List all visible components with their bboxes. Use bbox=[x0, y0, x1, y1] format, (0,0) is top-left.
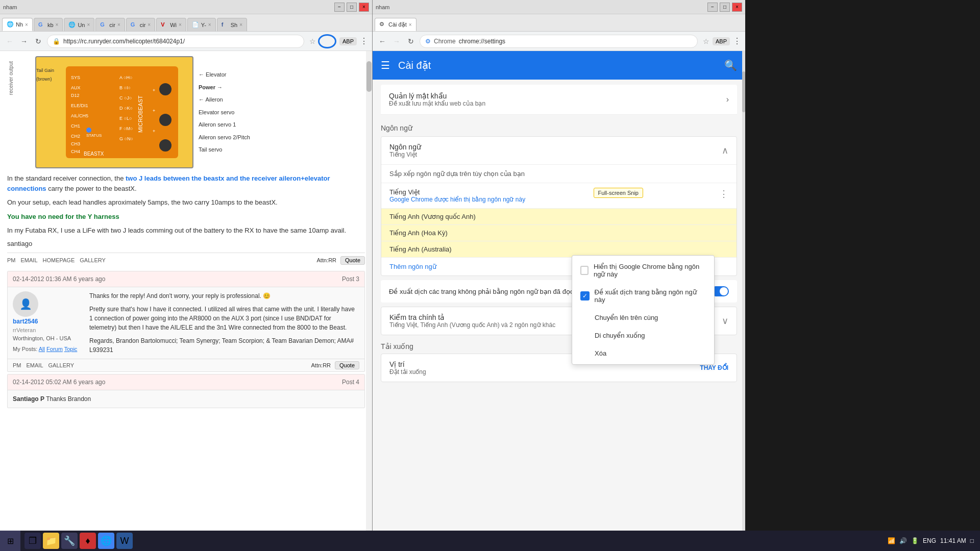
left-tabs: 🌐 Nh × G kb × 🌐 Un × G cir × G cir bbox=[2, 14, 370, 31]
taskbar-time: 11:41 AM bbox=[940, 537, 966, 544]
right-adblock-button[interactable]: ABP bbox=[713, 37, 730, 45]
tab-nh-close[interactable]: × bbox=[25, 22, 28, 28]
left-close-btn[interactable]: × bbox=[359, 3, 369, 12]
post3-text3: Regards, Brandon Bartolomucci; Team Syne… bbox=[89, 336, 359, 355]
link-pm-main[interactable]: PM bbox=[7, 256, 16, 265]
settings-search-icon[interactable]: 🔍 bbox=[724, 59, 737, 71]
location-text: Vị trí Đặt tải xuống bbox=[389, 360, 426, 375]
tab-cir1[interactable]: G cir × bbox=[95, 18, 125, 31]
taskbar-task-view[interactable]: ❐ bbox=[24, 533, 41, 549]
tab-nh[interactable]: 🌐 Nh × bbox=[2, 18, 33, 31]
tab-un[interactable]: 🌐 Un × bbox=[64, 18, 94, 31]
right-back-button[interactable]: ← bbox=[377, 36, 388, 47]
right-bookmark-icon[interactable]: ☆ bbox=[703, 37, 709, 45]
post3-email[interactable]: EMAIL bbox=[27, 361, 43, 370]
checkbox-1[interactable]: ✓ bbox=[580, 291, 590, 300]
left-scrollbar-thumb[interactable] bbox=[366, 61, 372, 92]
tab-kb-close[interactable]: × bbox=[56, 22, 59, 28]
tab-cir2-close[interactable]: × bbox=[148, 22, 151, 28]
link-gallery-main[interactable]: GALLERY bbox=[80, 256, 106, 265]
left-minimize-btn[interactable]: − bbox=[334, 3, 345, 12]
svg-text:CH1: CH1 bbox=[71, 123, 80, 129]
tab-cir1-close[interactable]: × bbox=[117, 22, 120, 28]
post3-pm[interactable]: PM bbox=[13, 361, 21, 370]
tab-y[interactable]: 📄 Y- × bbox=[187, 18, 216, 31]
quote-button-main[interactable]: Quote bbox=[340, 256, 365, 265]
lang-english-au: Tiếng Anh (Australia) bbox=[389, 245, 452, 253]
forward-button[interactable]: → bbox=[18, 36, 30, 47]
attn-label-main: Attn:RR bbox=[317, 256, 337, 265]
context-item-label-2: Chuyển lên trên cùng bbox=[595, 314, 658, 321]
tab-y-close[interactable]: × bbox=[208, 22, 211, 28]
svg-text:SYS: SYS bbox=[71, 75, 80, 80]
lang-english-us-row: Tiếng Anh (Hoa Kỳ) bbox=[381, 225, 737, 241]
tab-wi-favicon: V bbox=[161, 21, 168, 29]
post3-gallery[interactable]: GALLERY bbox=[48, 361, 75, 370]
left-scrollbar[interactable] bbox=[366, 51, 372, 531]
tab-cir2[interactable]: G cir × bbox=[126, 18, 155, 31]
context-menu-item-1[interactable]: ✓ Đề xuất dịch trang bằng ngôn ngữ này bbox=[572, 283, 714, 309]
tab-kb[interactable]: G kb × bbox=[34, 18, 63, 31]
post4-username[interactable]: Santiago P bbox=[13, 395, 44, 403]
settings-header: ☰ Cài đặt 🔍 bbox=[373, 51, 745, 80]
url-text-right: chrome://settings bbox=[459, 38, 692, 45]
post3-forum-link[interactable]: Forum bbox=[46, 346, 63, 352]
settings-scrollbar-thumb[interactable] bbox=[742, 71, 745, 112]
adblock-button[interactable]: ABP bbox=[339, 37, 357, 45]
context-menu-item-4[interactable]: Xóa bbox=[572, 344, 714, 362]
context-menu-item-0[interactable]: Hiển thị Google Chrome bằng ngôn ngữ này bbox=[572, 258, 714, 283]
start-button[interactable]: ⊞ bbox=[0, 531, 20, 551]
right-maximize-btn[interactable]: □ bbox=[720, 3, 730, 12]
taskbar-settings[interactable]: 🔧 bbox=[61, 533, 78, 549]
tab-sh[interactable]: f Sh × bbox=[217, 18, 247, 31]
post3-username[interactable]: bart2546 bbox=[13, 317, 84, 326]
taskbar-expand-icon[interactable]: □ bbox=[970, 537, 974, 544]
forum-left-margin: receiver output bbox=[7, 56, 35, 168]
settings-scrollbar[interactable] bbox=[742, 51, 745, 531]
checkbox-0[interactable] bbox=[580, 266, 589, 275]
refresh-button[interactable]: ↻ bbox=[33, 36, 44, 47]
post3-all-link[interactable]: All bbox=[39, 346, 45, 352]
right-refresh-button[interactable]: ↻ bbox=[405, 36, 416, 47]
svg-text:+: + bbox=[153, 108, 155, 113]
taskbar-chrome[interactable]: 🌐 bbox=[98, 533, 114, 549]
post3-quote-btn[interactable]: Quote bbox=[335, 361, 359, 369]
tab-settings[interactable]: ⚙ Cài đặt × bbox=[375, 18, 416, 31]
left-maximize-btn[interactable]: □ bbox=[347, 3, 357, 12]
settings-hamburger-icon[interactable]: ☰ bbox=[381, 59, 390, 71]
post4-text: Thanks Brandon bbox=[46, 395, 91, 403]
settings-page: ☰ Cài đặt 🔍 Quản lý mật khẩu Đề xuất lưu… bbox=[373, 51, 745, 531]
tab-wi[interactable]: V Wi × bbox=[156, 18, 186, 31]
tab-settings-close[interactable]: × bbox=[409, 22, 412, 28]
post3-topic-link[interactable]: Topic bbox=[64, 346, 78, 352]
bookmark-star-icon[interactable]: ☆ bbox=[309, 37, 316, 45]
viet-lang-more-icon[interactable]: ⋮ bbox=[719, 188, 728, 199]
change-button[interactable]: THAY ĐỔI bbox=[700, 364, 728, 371]
tab-sh-label: Sh bbox=[231, 22, 237, 28]
taskbar-diamond[interactable]: ♦ bbox=[80, 533, 96, 549]
tab-nh-favicon: 🌐 bbox=[7, 21, 14, 28]
language-value: Tiếng Việt bbox=[389, 151, 421, 158]
tab-un-close[interactable]: × bbox=[87, 22, 90, 28]
right-forward-button[interactable]: → bbox=[391, 36, 402, 47]
tab-sh-close[interactable]: × bbox=[239, 22, 242, 28]
lang-english-uk-row: Tiếng Anh (Vương quốc Anh) bbox=[381, 209, 737, 225]
right-minimize-btn[interactable]: − bbox=[707, 3, 718, 12]
password-item[interactable]: Quản lý mật khẩu Đề xuất lưu mật khẩu we… bbox=[381, 85, 737, 115]
right-chrome-menu-button[interactable]: ⋮ bbox=[733, 36, 741, 46]
language-header-row[interactable]: Ngôn ngữ Tiếng Việt ∧ bbox=[381, 137, 737, 165]
url-bar-right[interactable]: ⚙ Chrome chrome://settings bbox=[420, 35, 698, 48]
viet-lang-desc: Google Chrome được hiển thị bằng ngôn ng… bbox=[389, 196, 525, 203]
url-bar-left[interactable]: 🔒 https://rc.runryder.com/helicopter/t68… bbox=[47, 35, 304, 48]
link-homepage-main[interactable]: HOMEPAGE bbox=[43, 256, 75, 265]
context-menu-item-2[interactable]: Chuyển lên trên cùng bbox=[572, 309, 714, 327]
link-email-main[interactable]: EMAIL bbox=[21, 256, 38, 265]
chrome-menu-button[interactable]: ⋮ bbox=[360, 36, 368, 46]
taskbar-word[interactable]: W bbox=[116, 533, 133, 549]
password-chevron-icon: › bbox=[726, 95, 729, 104]
taskbar-file-explorer[interactable]: 📁 bbox=[43, 533, 59, 549]
back-button[interactable]: ← bbox=[4, 36, 15, 47]
right-close-btn[interactable]: × bbox=[732, 3, 742, 12]
context-menu-item-3[interactable]: Di chuyển xuống bbox=[572, 327, 714, 344]
tab-wi-close[interactable]: × bbox=[179, 22, 182, 28]
